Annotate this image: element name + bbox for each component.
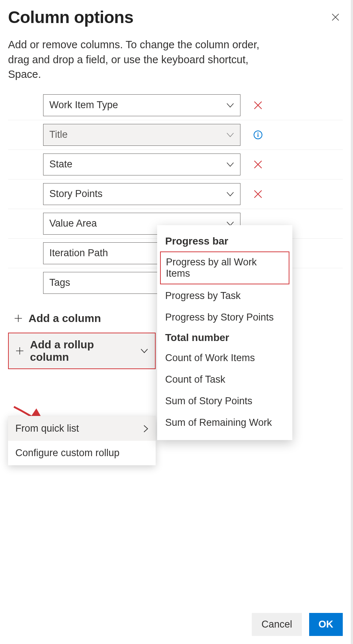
add-rollup-column-button[interactable]: Add a rollup column: [8, 333, 156, 369]
column-label: Title: [49, 129, 68, 140]
chevron-right-icon: [143, 425, 148, 433]
column-label: Work Item Type: [49, 99, 118, 111]
flyout-item-progress-by-story-points[interactable]: Progress by Story Points: [157, 307, 292, 328]
flyout-item-sum-story-points[interactable]: Sum of Story Points: [157, 390, 292, 412]
chevron-down-icon: [140, 348, 148, 353]
column-label: Iteration Path: [49, 247, 108, 259]
close-button[interactable]: [328, 10, 343, 24]
plus-icon: [14, 314, 23, 323]
flyout-section-header: Progress bar: [157, 232, 292, 251]
column-row: Story Points: [8, 179, 343, 209]
remove-column-button[interactable]: [253, 101, 263, 110]
menu-item-configure-custom-rollup[interactable]: Configure custom rollup: [8, 441, 156, 465]
remove-column-button[interactable]: [253, 160, 263, 169]
dialog-footer: Cancel OK: [252, 613, 343, 636]
panel-title: Column options: [8, 7, 133, 27]
panel-description: Add or remove columns. To change the col…: [8, 37, 271, 82]
column-row: State: [8, 150, 343, 179]
column-select[interactable]: Work Item Type: [43, 94, 240, 116]
info-icon-button[interactable]: [253, 130, 263, 140]
column-row: Title: [8, 120, 343, 150]
svg-point-1: [257, 132, 258, 133]
column-label: Value Area: [49, 218, 97, 229]
column-select[interactable]: Story Points: [43, 183, 240, 205]
svg-rect-2: [258, 134, 258, 137]
rollup-button-label: Add a rollup column: [30, 338, 134, 363]
x-icon: [253, 101, 263, 110]
column-label: State: [49, 159, 72, 170]
menu-item-label: Configure custom rollup: [15, 447, 119, 459]
rollup-submenu: From quick list Configure custom rollup: [8, 416, 156, 465]
chevron-down-icon: [226, 132, 234, 137]
info-icon: [253, 130, 263, 140]
menu-item-from-quick-list[interactable]: From quick list: [8, 416, 156, 441]
add-column-button[interactable]: Add a column: [8, 306, 107, 330]
column-row: Work Item Type: [8, 91, 343, 120]
chevron-down-icon: [226, 192, 234, 197]
flyout-section-header: Total number: [157, 328, 292, 347]
column-select[interactable]: Title: [43, 124, 240, 146]
chevron-down-icon: [226, 103, 234, 108]
flyout-item-progress-all-work-items[interactable]: Progress by all Work Items: [160, 251, 289, 284]
chevron-down-icon: [226, 162, 234, 167]
flyout-item-sum-remaining-work[interactable]: Sum of Remaining Work: [157, 412, 292, 433]
flyout-item-count-work-items[interactable]: Count of Work Items: [157, 347, 292, 369]
quick-list-flyout: Progress bar Progress by all Work Items …: [157, 225, 292, 440]
add-column-label: Add a column: [29, 312, 101, 325]
menu-item-label: From quick list: [15, 423, 79, 434]
column-select[interactable]: State: [43, 154, 240, 175]
remove-column-button[interactable]: [253, 189, 263, 199]
column-label: Story Points: [49, 188, 103, 200]
column-label: Tags: [49, 277, 70, 288]
x-icon: [253, 160, 263, 169]
flyout-item-count-of-task[interactable]: Count of Task: [157, 369, 292, 390]
close-icon: [331, 13, 339, 21]
plus-icon: [15, 346, 24, 355]
x-icon: [253, 189, 263, 199]
flyout-item-progress-by-task[interactable]: Progress by Task: [157, 285, 292, 307]
cancel-button[interactable]: Cancel: [252, 613, 301, 636]
ok-button[interactable]: OK: [309, 613, 343, 636]
